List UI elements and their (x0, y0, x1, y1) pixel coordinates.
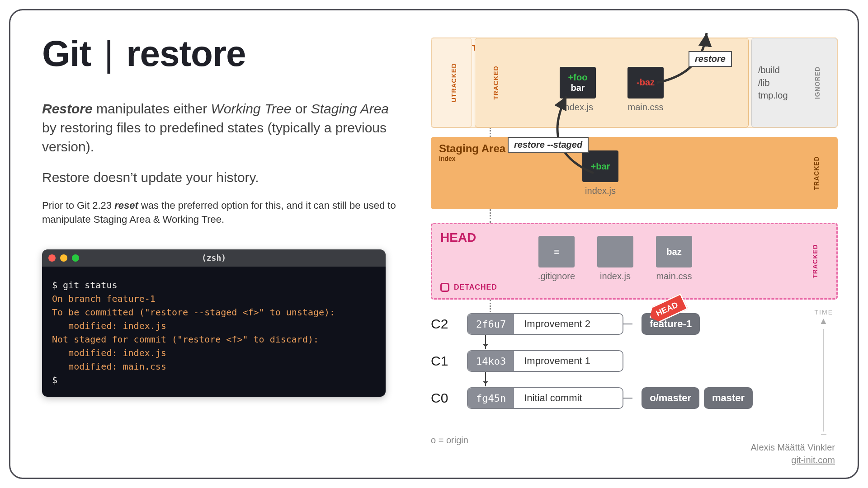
staging-sublabel: Index (439, 155, 830, 162)
terminal-header: (zsh) (42, 249, 386, 267)
dotted-connector-icon (490, 209, 491, 223)
title-part1: Git (42, 33, 91, 74)
attribution: Alexis Määttä Vinkler git-init.com (751, 441, 835, 466)
commit-hash: 14ko3 (468, 351, 514, 371)
head-panel: HEAD DETACHED TRACKED ≡ .gitignore index… (431, 223, 838, 300)
connector-line-icon (623, 324, 632, 324)
note-paragraph: Prior to Git 2.23 reset was the preferre… (42, 199, 404, 227)
commit-pill: 14ko3 Improvement 1 (467, 350, 623, 372)
dotted-connector-icon (490, 128, 491, 137)
terminal-window: (zsh) $ git status On branch feature-1 T… (42, 249, 386, 397)
site-link: git-init.com (751, 454, 835, 466)
time-base-icon (821, 434, 826, 435)
commit-row: C1 14ko3 Improvement 1 (431, 350, 829, 372)
checkbox-icon (440, 283, 449, 292)
commit-arrow-icon (485, 335, 486, 349)
arrow-up-icon: ▲ (819, 316, 829, 326)
untracked-label: UTRACKED (450, 63, 458, 103)
wt-file-indexjs: +foo bar index.js (557, 67, 598, 113)
restore-label: restore (689, 51, 732, 67)
commit-hash: 2f6u7 (468, 314, 514, 334)
ignored-column: IGNORED /build /lib tmp.log (751, 38, 837, 127)
commit-msg: Initial commit (514, 388, 623, 408)
history-paragraph: Restore doesn’t update your history. (42, 170, 404, 185)
intro-paragraph: Restore manipulates either Working Tree … (42, 99, 404, 156)
slide-frame: Git | restore Restore manipulates either… (9, 9, 859, 479)
commit-row: C0 fg45n Initial commit o/master master (431, 387, 829, 409)
terminal-body: $ git status On branch feature-1 To be c… (42, 267, 386, 397)
staging-label: Staging Area (439, 142, 830, 155)
head-tracked-label: TRACKED (811, 244, 818, 278)
head-file-maincss: baz main.css (654, 236, 694, 282)
left-column: Git | restore Restore manipulates either… (42, 33, 404, 397)
ignored-label: IGNORED (813, 66, 822, 99)
detached-indicator: DETACHED (440, 283, 497, 292)
commit-msg: Improvement 2 (514, 314, 623, 334)
connector-line-icon (623, 398, 632, 399)
staging-tracked-label: TRACKED (812, 156, 820, 190)
title-pipe: | (104, 33, 113, 74)
tracked-label: TRACKED (492, 66, 500, 99)
origin-note: o = origin (431, 435, 468, 446)
right-column: Working Tree UTRACKED TRACKED +foo bar i… (431, 38, 842, 458)
intro-bold: Restore (42, 101, 93, 116)
commit-pill: fg45n Initial commit (467, 387, 623, 409)
time-line-icon (823, 329, 824, 432)
restore-staged-label: restore --staged (508, 137, 589, 153)
staging-area-panel: Staging Area Index +bar index.js TRACKED (431, 137, 838, 209)
hamburger-icon: ≡ (538, 236, 575, 267)
commit-id: C2 (431, 316, 467, 332)
branch-label: master (704, 387, 753, 409)
terminal-title: (zsh) (42, 253, 386, 263)
commit-id: C1 (431, 353, 467, 369)
head-files: ≡ .gitignore index.js baz main.css (536, 236, 694, 282)
wt-file-maincss: -baz main.css (625, 67, 666, 113)
head-file-gitignore: ≡ .gitignore (536, 236, 577, 282)
commit-pill: 2f6u7 Improvement 2 (467, 313, 623, 335)
head-file-indexjs: index.js (595, 236, 636, 282)
commit-id: C0 (431, 390, 467, 406)
time-label: TIME (815, 309, 833, 316)
commit-row: C2 2f6u7 Improvement 2 feature-1 (431, 313, 829, 335)
commit-hash: fg45n (468, 388, 514, 408)
working-tree-panel: Working Tree UTRACKED TRACKED +foo bar i… (431, 38, 838, 128)
commit-graph: HEAD C2 2f6u7 Improvement 2 feature-1 C1… (431, 313, 829, 424)
branch-label: o/master (642, 387, 699, 409)
staging-file-indexjs: +bar index.js (580, 150, 621, 196)
time-axis: TIME ▲ (815, 309, 833, 435)
page-title: Git | restore (42, 33, 404, 75)
author-name: Alexis Määttä Vinkler (751, 441, 835, 454)
title-part2: restore (126, 33, 245, 74)
commit-msg: Improvement 1 (514, 351, 623, 371)
untracked-column: UTRACKED (431, 38, 472, 127)
commit-arrow-icon (485, 372, 486, 386)
